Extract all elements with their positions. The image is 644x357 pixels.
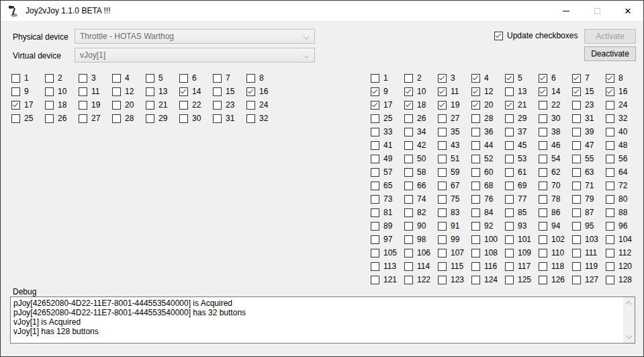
- checkbox-box[interactable]: [606, 276, 614, 284]
- virtual-button-100-checkbox[interactable]: 100: [471, 233, 505, 246]
- checkbox-box[interactable]: [79, 101, 87, 110]
- checkbox-box[interactable]: [539, 155, 547, 163]
- checkbox-box[interactable]: [572, 249, 581, 257]
- checkbox-box[interactable]: [179, 74, 188, 83]
- checkbox-box[interactable]: [371, 182, 379, 190]
- checkbox-box[interactable]: [539, 141, 547, 150]
- checkbox-box[interactable]: [572, 114, 581, 123]
- checkbox-box[interactable]: [438, 195, 447, 204]
- checkbox-box[interactable]: [438, 208, 447, 217]
- checkbox-box[interactable]: [572, 168, 581, 177]
- virtual-button-69-checkbox[interactable]: 69: [505, 179, 539, 192]
- checkbox-box[interactable]: [471, 208, 480, 217]
- physical-button-7-checkbox[interactable]: 7: [213, 71, 246, 85]
- checkbox-box[interactable]: [572, 155, 581, 163]
- virtual-button-74-checkbox[interactable]: 74: [404, 192, 438, 206]
- virtual-button-102-checkbox[interactable]: 102: [539, 233, 572, 246]
- virtual-button-64-checkbox[interactable]: 64: [606, 165, 639, 179]
- virtual-button-97-checkbox[interactable]: 97: [371, 233, 404, 246]
- physical-button-26-checkbox[interactable]: 26: [45, 112, 79, 125]
- checkbox-box[interactable]: [371, 195, 379, 204]
- physical-button-30-checkbox[interactable]: 30: [179, 112, 213, 125]
- checkbox-box[interactable]: [438, 141, 447, 150]
- checkbox-box[interactable]: [404, 262, 413, 271]
- checkbox-box[interactable]: [371, 168, 379, 177]
- checkbox-box[interactable]: [438, 262, 447, 271]
- virtual-button-11-checkbox[interactable]: 11: [438, 85, 471, 98]
- virtual-button-56-checkbox[interactable]: 56: [606, 152, 639, 165]
- checkbox-box[interactable]: [471, 128, 480, 136]
- virtual-button-123-checkbox[interactable]: 123: [438, 273, 471, 286]
- checkbox-box[interactable]: [539, 168, 547, 177]
- virtual-button-98-checkbox[interactable]: 98: [404, 233, 438, 246]
- virtual-button-127-checkbox[interactable]: 127: [572, 273, 606, 286]
- virtual-button-38-checkbox[interactable]: 38: [539, 125, 572, 138]
- update-checkboxes-toggle[interactable]: Update checkboxes: [494, 31, 578, 40]
- checkbox-box[interactable]: [404, 208, 413, 217]
- checkbox-box[interactable]: [606, 87, 614, 96]
- checkbox-box[interactable]: [404, 87, 413, 96]
- checkbox-box[interactable]: [505, 222, 514, 231]
- virtual-button-57-checkbox[interactable]: 57: [371, 165, 404, 179]
- checkbox-box[interactable]: [146, 114, 154, 123]
- virtual-button-51-checkbox[interactable]: 51: [438, 152, 471, 165]
- checkbox-box[interactable]: [404, 114, 413, 123]
- checkbox-box[interactable]: [79, 114, 87, 123]
- virtual-button-75-checkbox[interactable]: 75: [438, 192, 471, 206]
- checkbox-box[interactable]: [371, 128, 379, 136]
- checkbox-box[interactable]: [45, 101, 54, 110]
- checkbox-box[interactable]: [572, 195, 581, 204]
- virtual-button-90-checkbox[interactable]: 90: [404, 219, 438, 233]
- checkbox-box[interactable]: [438, 182, 447, 190]
- physical-button-19-checkbox[interactable]: 19: [79, 98, 112, 112]
- virtual-button-84-checkbox[interactable]: 84: [471, 206, 505, 219]
- physical-button-3-checkbox[interactable]: 3: [79, 71, 112, 85]
- virtual-button-30-checkbox[interactable]: 30: [539, 112, 572, 125]
- physical-button-2-checkbox[interactable]: 2: [45, 71, 79, 85]
- checkbox-box[interactable]: [606, 222, 614, 231]
- physical-button-24-checkbox[interactable]: 24: [246, 98, 280, 112]
- virtual-button-119-checkbox[interactable]: 119: [572, 260, 606, 273]
- checkbox-box[interactable]: [606, 74, 614, 83]
- checkbox-box[interactable]: [606, 168, 614, 177]
- virtual-button-26-checkbox[interactable]: 26: [404, 112, 438, 125]
- checkbox-box[interactable]: [505, 276, 514, 284]
- checkbox-box[interactable]: [572, 87, 581, 96]
- checkbox-box[interactable]: [438, 87, 447, 96]
- physical-button-4-checkbox[interactable]: 4: [112, 71, 146, 85]
- checkbox-box[interactable]: [404, 168, 413, 177]
- checkbox-box[interactable]: [539, 128, 547, 136]
- checkbox-box[interactable]: [606, 155, 614, 163]
- virtual-button-120-checkbox[interactable]: 120: [606, 260, 639, 273]
- checkbox-box[interactable]: [471, 276, 480, 284]
- checkbox-box[interactable]: [146, 101, 154, 110]
- checkbox-box[interactable]: [246, 114, 255, 123]
- virtual-button-82-checkbox[interactable]: 82: [404, 206, 438, 219]
- deactivate-button[interactable]: Deactivate: [584, 46, 636, 61]
- checkbox-box[interactable]: [404, 235, 413, 244]
- virtual-button-126-checkbox[interactable]: 126: [539, 273, 572, 286]
- virtual-button-34-checkbox[interactable]: 34: [404, 125, 438, 138]
- checkbox-box[interactable]: [371, 208, 379, 217]
- virtual-button-117-checkbox[interactable]: 117: [505, 260, 539, 273]
- checkbox-box[interactable]: [471, 141, 480, 150]
- checkbox-box[interactable]: [606, 235, 614, 244]
- virtual-button-80-checkbox[interactable]: 80: [606, 192, 639, 206]
- virtual-button-45-checkbox[interactable]: 45: [505, 138, 539, 152]
- update-checkboxes-checkbox[interactable]: [494, 32, 503, 40]
- checkbox-box[interactable]: [471, 87, 480, 96]
- virtual-button-116-checkbox[interactable]: 116: [471, 260, 505, 273]
- maximize-button[interactable]: [582, 1, 612, 21]
- checkbox-box[interactable]: [371, 155, 379, 163]
- virtual-button-54-checkbox[interactable]: 54: [539, 152, 572, 165]
- virtual-button-8-checkbox[interactable]: 8: [606, 71, 639, 85]
- physical-button-23-checkbox[interactable]: 23: [213, 98, 246, 112]
- checkbox-box[interactable]: [112, 74, 121, 83]
- virtual-button-118-checkbox[interactable]: 118: [539, 260, 572, 273]
- physical-button-8-checkbox[interactable]: 8: [246, 71, 280, 85]
- virtual-button-108-checkbox[interactable]: 108: [471, 246, 505, 260]
- checkbox-box[interactable]: [505, 235, 514, 244]
- virtual-button-78-checkbox[interactable]: 78: [539, 192, 572, 206]
- virtual-button-27-checkbox[interactable]: 27: [438, 112, 471, 125]
- checkbox-box[interactable]: [572, 74, 581, 83]
